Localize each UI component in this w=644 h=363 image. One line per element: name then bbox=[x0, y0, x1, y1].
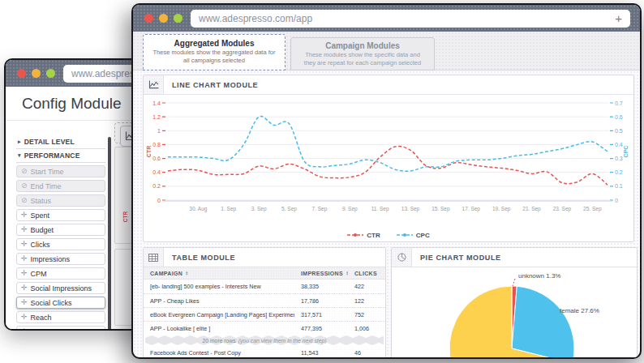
sort-icon[interactable]: ▲▼ bbox=[185, 271, 189, 275]
sidebar-item-frequency[interactable]: ✛Frequency bbox=[16, 326, 105, 331]
svg-text:0.6: 0.6 bbox=[152, 156, 161, 161]
svg-text:0.1: 0.1 bbox=[615, 183, 623, 189]
svg-text:7. Sep: 7. Sep bbox=[311, 206, 327, 212]
pie-chart-icon bbox=[392, 248, 412, 267]
legend-item-ctr[interactable]: CTR bbox=[347, 232, 380, 239]
close-button[interactable] bbox=[144, 14, 153, 23]
table-row[interactable]: eBook Evergreen Campaign [Landing Pages]… bbox=[144, 307, 385, 321]
svg-text:15. Sep: 15. Sep bbox=[431, 206, 450, 212]
minimize-button[interactable] bbox=[159, 14, 168, 23]
svg-text:11. Sep: 11. Sep bbox=[371, 206, 389, 212]
line-chart-module: LINE CHART MODULE 00.20.40.60.811.21.400… bbox=[143, 75, 634, 242]
legend-item-cpc[interactable]: CPC bbox=[397, 232, 430, 239]
column-header-clicks[interactable]: CLICKS▲▼ bbox=[348, 271, 380, 276]
close-button[interactable] bbox=[17, 69, 26, 78]
caret-icon: ▸ bbox=[18, 139, 21, 145]
zoom-button[interactable] bbox=[174, 14, 182, 23]
disabled-icon: ⊘ bbox=[21, 197, 28, 204]
svg-text:0: 0 bbox=[157, 198, 161, 203]
zoom-button[interactable] bbox=[46, 69, 55, 78]
svg-text:21. Sep: 21. Sep bbox=[522, 206, 541, 212]
sidebar-scrollbar[interactable] bbox=[108, 137, 111, 330]
chart-legend: CTRCPC bbox=[144, 228, 633, 242]
svg-text:23. Sep: 23. Sep bbox=[553, 206, 572, 212]
front-window-controls bbox=[144, 14, 182, 23]
table-row[interactable]: APP - Lookalike [ elite ]477,3951,006 bbox=[144, 321, 385, 335]
sidebar-item-cpm[interactable]: ✛CPM bbox=[16, 267, 105, 280]
move-icon: ✛ bbox=[21, 314, 28, 321]
tab-strip: Aggregated Modules These modules show th… bbox=[133, 32, 640, 70]
sidebar-section-detail-level[interactable]: ▸DETAIL LEVEL bbox=[16, 135, 105, 149]
move-icon: ✛ bbox=[21, 211, 28, 219]
sidebar-item-spent[interactable]: ✛Spent bbox=[16, 209, 105, 221]
tab-aggregated-modules[interactable]: Aggregated Modules These modules show th… bbox=[143, 34, 286, 70]
sidebar-item-status: ⊘Status bbox=[16, 194, 105, 207]
sidebar-item-clicks[interactable]: ✛Clicks bbox=[16, 238, 105, 250]
new-tab-icon[interactable]: + bbox=[615, 12, 622, 24]
sidebar-item-social-impressions[interactable]: ✛Social Impressions bbox=[16, 282, 105, 294]
pie-chart: unknown 1.3%female 27.6% bbox=[392, 267, 637, 359]
svg-text:3. Sep: 3. Sep bbox=[251, 206, 267, 212]
pie-slice-female[interactable] bbox=[512, 286, 574, 359]
pie-label-unknown: unknown 1.3% bbox=[518, 272, 560, 280]
move-icon: ✛ bbox=[21, 241, 28, 248]
svg-text:30. Aug: 30. Aug bbox=[189, 206, 207, 212]
modules-area: LINE CHART MODULE 00.20.40.60.811.21.400… bbox=[133, 70, 640, 359]
url-text: www.adespresso.com/app bbox=[199, 13, 312, 24]
svg-text:0.3: 0.3 bbox=[615, 156, 623, 161]
page-title: Config Module bbox=[22, 95, 122, 113]
table-icon bbox=[144, 248, 164, 267]
line-chart-icon bbox=[144, 75, 164, 94]
svg-text:5. Sep: 5. Sep bbox=[281, 206, 297, 212]
disabled-icon: ⊘ bbox=[21, 168, 28, 175]
table-row[interactable]: Facebook Ads Contest - Post Copy11,54346 bbox=[144, 346, 385, 359]
disabled-icon: ⊘ bbox=[21, 182, 28, 190]
pie-label-female: female 27.6% bbox=[560, 307, 599, 314]
svg-text:0.2: 0.2 bbox=[152, 183, 161, 189]
svg-text:CTR: CTR bbox=[146, 146, 152, 157]
svg-text:0.4: 0.4 bbox=[615, 142, 623, 147]
pie-module-header: PIE CHART MODULE bbox=[392, 248, 637, 267]
svg-text:1. Sep: 1. Sep bbox=[221, 206, 236, 212]
column-header-impressions[interactable]: IMPRESSIONS▲▼ bbox=[294, 271, 348, 276]
svg-text:0.5: 0.5 bbox=[615, 128, 623, 134]
front-window-titlebar: www.adespresso.com/app + bbox=[133, 5, 640, 32]
svg-text:CPC: CPC bbox=[623, 146, 629, 158]
module-title: TABLE MODULE bbox=[164, 254, 235, 262]
more-rows-band: 20 more rows (you can view them in the n… bbox=[145, 335, 384, 345]
table-row[interactable]: [eb- landing] 500 examples - Interests N… bbox=[144, 280, 385, 293]
move-icon: ✛ bbox=[21, 226, 28, 233]
svg-text:17. Sep: 17. Sep bbox=[462, 206, 481, 212]
svg-text:1: 1 bbox=[157, 128, 161, 134]
sidebar-item-end-time: ⊘End Time bbox=[16, 180, 105, 192]
svg-text:19. Sep: 19. Sep bbox=[492, 206, 511, 212]
metrics-sidebar: ▸DETAIL LEVEL▾PERFORMANCE⊘Start Time⊘End… bbox=[16, 135, 105, 331]
pie-chart-module: PIE CHART MODULE unknown 1.3%female 27.6… bbox=[391, 247, 638, 359]
svg-text:1.2: 1.2 bbox=[152, 114, 161, 120]
module-title: LINE CHART MODULE bbox=[164, 81, 258, 89]
svg-text:0.8: 0.8 bbox=[152, 142, 161, 147]
module-title: PIE CHART MODULE bbox=[412, 254, 501, 262]
sort-icon[interactable]: ▲▼ bbox=[380, 271, 380, 275]
svg-text:9. Sep: 9. Sep bbox=[342, 206, 358, 212]
svg-text:0.4: 0.4 bbox=[152, 169, 161, 175]
address-bar[interactable]: www.adespresso.com/app + bbox=[191, 10, 630, 28]
tab-campaign-modules[interactable]: Campaign Modules These modules show the … bbox=[290, 37, 435, 70]
sidebar-section-performance[interactable]: ▾PERFORMANCE bbox=[16, 149, 105, 163]
move-icon: ✛ bbox=[21, 299, 28, 306]
back-window-controls bbox=[17, 69, 55, 78]
sidebar-item-reach[interactable]: ✛Reach bbox=[16, 311, 105, 323]
table-extra-row: Facebook Ads Contest - Post Copy11,54346 bbox=[144, 346, 385, 359]
minimize-button[interactable] bbox=[32, 69, 41, 78]
column-header-campaign[interactable]: CAMPAIGN▲▼ bbox=[144, 271, 294, 276]
app-window: www.adespresso.com/app + Aggregated Modu… bbox=[131, 3, 642, 359]
svg-text:25. Sep: 25. Sep bbox=[583, 206, 602, 212]
move-icon: ✛ bbox=[21, 328, 28, 331]
sidebar-item-start-time: ⊘Start Time bbox=[16, 165, 105, 177]
table-row[interactable]: APP - Cheap Likes17,786122 bbox=[144, 293, 385, 307]
sidebar-item-impressions[interactable]: ✛Impressions bbox=[16, 253, 105, 265]
sidebar-item-social-clicks[interactable]: ✛Social Clicks bbox=[16, 297, 105, 309]
screen: www.adespresso.com Config Module ✛ C bbox=[0, 0, 644, 363]
callout-line-unknown bbox=[513, 279, 515, 286]
sidebar-item-budget[interactable]: ✛Budget bbox=[16, 224, 105, 236]
